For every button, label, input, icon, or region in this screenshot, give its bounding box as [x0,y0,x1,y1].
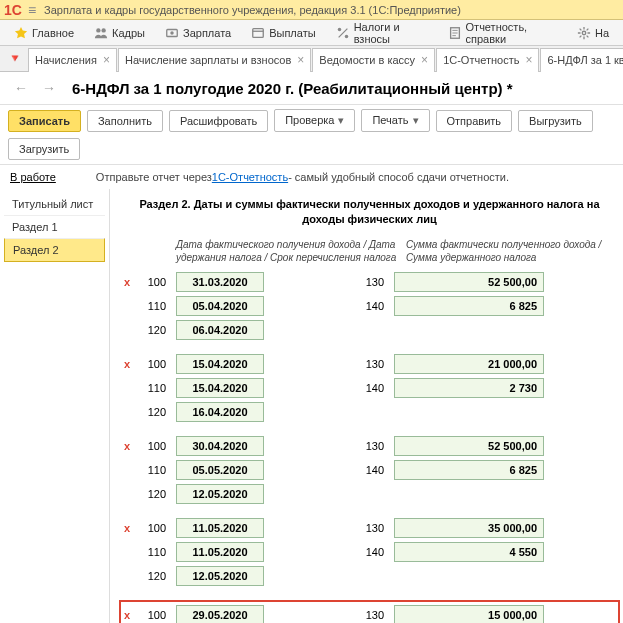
date-field[interactable]: 06.04.2020 [176,320,264,340]
menu-kadry[interactable]: Кадры [84,20,155,45]
delete-x-icon[interactable]: х [124,276,136,288]
amount-field[interactable]: 2 730 [394,378,544,398]
col-header-left: Дата фактического получения дохода / Дат… [176,238,406,264]
tab-bar: 🔻 Начисления× Начисление зарплаты и взно… [0,46,623,72]
date-field[interactable]: 12.05.2020 [176,566,264,586]
menu-label: Главное [32,27,74,39]
code-label: 130 [354,522,384,534]
load-button[interactable]: Загрузить [8,138,80,160]
code-label: 110 [136,464,166,476]
amount-field[interactable]: 21 000,00 [394,354,544,374]
doc-header: ← → 6-НДФЛ за 1 полугодие 2020 г. (Реаби… [0,72,623,105]
code-label: 120 [136,406,166,418]
write-button[interactable]: Записать [8,110,81,132]
date-field[interactable]: 12.05.2020 [176,484,264,504]
data-block: х 100 31.03.2020 130 52 500,00 110 05.04… [124,272,615,340]
code-label: 110 [136,382,166,394]
menu-home[interactable]: Главное [4,20,84,45]
menu-reports[interactable]: Отчетность, справки [438,20,567,45]
code-label: 130 [354,609,384,621]
burger-icon[interactable]: ≡ [28,2,36,18]
data-block: х 100 30.04.2020 130 52 500,00 110 05.05… [124,436,615,504]
print-button[interactable]: Печать▾ [361,109,429,132]
svg-point-0 [96,28,100,32]
date-field[interactable]: 16.04.2020 [176,402,264,422]
people-icon [94,26,108,40]
close-icon[interactable]: × [297,53,304,67]
svg-point-5 [337,27,341,31]
menu-bar: Главное Кадры Зарплата Выплаты Налоги и … [0,20,623,46]
date-field[interactable]: 11.05.2020 [176,542,264,562]
col-header-right: Сумма фактически полученного дохода / Су… [406,238,606,264]
close-icon[interactable]: × [103,53,110,67]
code-label: 100 [136,522,166,534]
tab-3[interactable]: 1С-Отчетность× [436,48,539,72]
amount-field[interactable]: 35 000,00 [394,518,544,538]
date-field[interactable]: 15.04.2020 [176,378,264,398]
menu-settings[interactable]: На [567,20,619,45]
amount-field[interactable]: 52 500,00 [394,272,544,292]
money-icon [165,26,179,40]
close-icon[interactable]: × [421,53,428,67]
delete-x-icon[interactable]: х [124,609,136,621]
doc-title: 6-НДФЛ за 1 полугодие 2020 г. (Реабилита… [72,80,513,97]
menu-nalogi[interactable]: Налоги и взносы [326,20,438,45]
send-button[interactable]: Отправить [436,110,513,132]
status-link[interactable]: В работе [10,171,56,183]
code-label: 100 [136,358,166,370]
tab-1[interactable]: Начисление зарплаты и взносов× [118,48,311,72]
amount-field[interactable]: 15 000,00 [394,605,544,623]
code-label: 140 [354,546,384,558]
tab-nav-left[interactable]: 🔻 [2,52,28,65]
amount-field[interactable]: 6 825 [394,460,544,480]
code-label: 100 [136,440,166,452]
logo-1c: 1C [4,2,22,18]
data-block: х 100 29.05.2020 130 15 000,00 110 29.05… [119,600,620,623]
date-field[interactable]: 30.04.2020 [176,436,264,456]
code-label: 130 [354,440,384,452]
sidebar-item-title[interactable]: Титульный лист [4,193,105,215]
delete-x-icon[interactable]: х [124,358,136,370]
fill-button[interactable]: Заполнить [87,110,163,132]
column-headers: Дата фактического получения дохода / Дат… [124,238,615,264]
delete-x-icon[interactable]: х [124,522,136,534]
sidebar-item-section2[interactable]: Раздел 2 [4,238,105,262]
section-title: Раздел 2. Даты и суммы фактически получе… [124,197,615,228]
code-label: 140 [354,300,384,312]
amount-field[interactable]: 52 500,00 [394,436,544,456]
menu-label: Кадры [112,27,145,39]
svg-point-3 [170,31,174,35]
check-button[interactable]: Проверка▾ [274,109,355,132]
date-field[interactable]: 29.05.2020 [176,605,264,623]
amount-field[interactable]: 6 825 [394,296,544,316]
code-label: 110 [136,300,166,312]
code-label: 120 [136,570,166,582]
payment-icon [251,26,265,40]
code-label: 140 [354,382,384,394]
sidebar-item-section1[interactable]: Раздел 1 [4,215,105,238]
tab-0[interactable]: Начисления× [28,48,117,72]
tab-2[interactable]: Ведомости в кассу× [312,48,435,72]
info-text: Отправьте отчет через [96,171,212,183]
tab-4[interactable]: 6-НДФЛ за 1 квартал 2020 г. (Реа [540,48,623,72]
report-icon [448,26,462,40]
close-icon[interactable]: × [525,53,532,67]
code-label: 120 [136,324,166,336]
date-field[interactable]: 15.04.2020 [176,354,264,374]
menu-vyplaty[interactable]: Выплаты [241,20,325,45]
amount-field[interactable]: 4 550 [394,542,544,562]
date-field[interactable]: 11.05.2020 [176,518,264,538]
menu-label: Зарплата [183,27,231,39]
link-1c-report[interactable]: 1С-Отчетность [212,171,288,183]
back-arrow-icon[interactable]: ← [8,78,34,98]
forward-arrow-icon[interactable]: → [36,78,62,98]
data-block: х 100 15.04.2020 130 21 000,00 110 15.04… [124,354,615,422]
delete-x-icon[interactable]: х [124,440,136,452]
decode-button[interactable]: Расшифровать [169,110,268,132]
date-field[interactable]: 31.03.2020 [176,272,264,292]
menu-zarplata[interactable]: Зарплата [155,20,241,45]
date-field[interactable]: 05.05.2020 [176,460,264,480]
date-field[interactable]: 05.04.2020 [176,296,264,316]
main-panel: Раздел 2. Даты и суммы фактически получе… [110,189,623,623]
upload-button[interactable]: Выгрузить [518,110,593,132]
